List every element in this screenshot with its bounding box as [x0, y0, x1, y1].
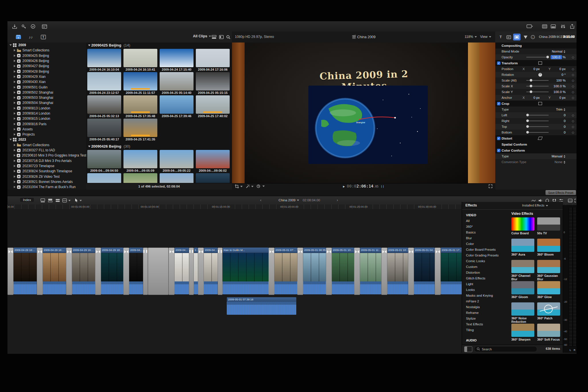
inspector-value[interactable]: 100.0 % — [551, 55, 566, 59]
transition-block[interactable] — [381, 248, 387, 295]
inspector-slider[interactable] — [526, 121, 549, 121]
keyframe-diamond-icon[interactable]: ◇ — [572, 125, 574, 129]
effects-category-video[interactable]: VIDEO — [462, 212, 512, 218]
keyframe-diamond-icon[interactable]: ◇ — [572, 96, 574, 100]
generator-inspector-icon[interactable] — [522, 34, 529, 40]
inspector-value[interactable]: 0 ° — [562, 73, 566, 76]
clip-thumbnail[interactable] — [87, 49, 121, 67]
effect-tile-360-glow[interactable] — [537, 281, 560, 294]
pause-icon[interactable]: ❘❘ — [379, 185, 384, 188]
slider-knob[interactable] — [526, 114, 529, 116]
sidebar-item-smart-collections[interactable]: Smart Collections — [7, 48, 86, 53]
effects-category-looks[interactable]: Looks — [462, 287, 512, 293]
filmstrip-view-icon[interactable] — [212, 34, 216, 40]
inspector-select[interactable]: Normal — [552, 50, 566, 53]
transition-block[interactable] — [354, 248, 360, 295]
effect-tile-50s-tv[interactable] — [537, 217, 560, 231]
index-button[interactable]: Index — [20, 198, 34, 202]
timeline-clip[interactable]: 2009-05-01 17:... — [441, 248, 462, 294]
inspector-value[interactable]: 0 — [564, 125, 566, 128]
timeline-clip[interactable]: 2009-04... — [129, 248, 143, 294]
timeline-clip[interactable]: 2... — [194, 248, 198, 294]
clip-thumbnail[interactable] — [196, 95, 230, 114]
sidebar-item-20090426-beijing[interactable]: ★20090426 Beijing — [7, 58, 86, 63]
disclosure-triangle-icon[interactable] — [14, 160, 16, 162]
disclosure-triangle-icon[interactable] — [14, 70, 16, 73]
inspector-select[interactable]: Manual — [552, 155, 566, 158]
share-icon[interactable] — [568, 23, 576, 30]
slider-knob[interactable] — [526, 119, 529, 122]
disclosure-triangle-icon[interactable] — [14, 49, 16, 51]
keyframe-diamond-icon[interactable]: ◇ — [572, 90, 574, 94]
effects-category-text-effects[interactable]: Text Effects — [462, 321, 512, 327]
reset-square-icon[interactable] — [538, 102, 542, 105]
clip-thumbnail[interactable] — [196, 72, 230, 90]
browser-section-header[interactable]: 20090425 Beijing(14) — [88, 43, 130, 47]
keyframe-diamond-icon[interactable]: ◇ — [572, 55, 574, 59]
sidebar-item-20090816-paris[interactable]: ★20090816 Paris — [7, 121, 86, 126]
inspector-slider[interactable] — [526, 80, 549, 81]
inspector-slider[interactable] — [526, 126, 549, 127]
sidebar-item-20230826-z8-video-test[interactable]: ★20230826 Z8 Video Test — [7, 174, 86, 179]
effects-search-input[interactable]: Search — [474, 346, 537, 352]
disclosure-triangle-icon[interactable] — [14, 149, 16, 151]
checkbox-checked-icon[interactable]: ✓ — [497, 137, 500, 140]
blank-clip[interactable] — [148, 248, 169, 295]
timeline-clip[interactable]: 2009-04... — [204, 248, 218, 294]
timeline-clip[interactable]: 2009-05-01 07:... — [274, 248, 297, 294]
clip-thumbnail[interactable] — [160, 95, 194, 114]
save-effects-preset-button[interactable]: Save Effects Preset — [546, 190, 576, 195]
effect-tile-360-gloom[interactable] — [511, 281, 534, 294]
disclosure-triangle-icon[interactable] — [14, 154, 16, 157]
clip-thumbnail[interactable] — [87, 72, 121, 90]
inspector-xy-values[interactable]: X0 pxY0 px — [523, 96, 566, 99]
browser-toggle-icon[interactable] — [541, 23, 548, 30]
clip-appearance-menu-icon[interactable] — [62, 198, 71, 203]
effect-tile-360-gaussian-blur[interactable] — [537, 260, 560, 273]
effect-tile-360-aura[interactable] — [511, 239, 534, 252]
sidebar-item-20090501-guilin[interactable]: ★20090501 Guilin — [7, 84, 86, 90]
list-view-icon[interactable] — [219, 34, 224, 40]
effects-category-all[interactable]: All — [462, 218, 512, 224]
effects-category-color-board-presets[interactable]: Color Board Presets — [462, 247, 512, 252]
fullscreen-icon[interactable] — [489, 184, 492, 188]
timeline-clip[interactable]: 2009-04-29 16:... — [13, 248, 37, 294]
effect-tile-360-bloom[interactable] — [537, 239, 560, 252]
keyword-icon[interactable] — [20, 23, 28, 30]
disclosure-triangle-icon[interactable] — [14, 128, 16, 130]
timeline-clip[interactable]: 2009-05-01 08:35... — [303, 248, 326, 294]
browser-section-header[interactable]: 20090426 Beijing(30) — [88, 144, 130, 148]
effects-category-comic-looks[interactable]: Comic Looks — [462, 258, 512, 264]
effects-category-color-grading-presets[interactable]: Color Grading Presets — [462, 252, 512, 258]
clip-thumbnail[interactable] — [160, 150, 194, 168]
sidebar-item-assets[interactable]: ★Assets — [7, 127, 86, 132]
sidebar-item-20230824-sourdough-timelapse[interactable]: ★20230824 Sourdough Timelapse — [7, 169, 86, 174]
viewer-zoom-dropdown[interactable]: 118% — [465, 35, 477, 39]
installed-effects-dropdown[interactable]: Installed Effects — [522, 204, 548, 207]
sidebar-item-20090503-shanghai[interactable]: ★20090503 Shanghai — [7, 95, 86, 100]
hold-segment[interactable]: ❚❚ — [189, 248, 194, 295]
timeline-clip[interactable]: 2009-05-01 10:... — [332, 248, 354, 294]
disclosure-triangle-icon[interactable] — [14, 123, 16, 125]
effects-category-stylize[interactable]: Stylize — [462, 316, 512, 321]
disclosure-triangle-icon[interactable] — [14, 91, 16, 94]
disclosure-triangle-icon[interactable] — [14, 96, 16, 99]
background-tasks-icon[interactable] — [29, 23, 37, 30]
disclosure-triangle-icon[interactable] — [14, 186, 16, 188]
inspector-slider[interactable] — [526, 92, 549, 92]
inspector-toggle-icon[interactable] — [559, 23, 567, 30]
effect-tile-360-soft-focus[interactable] — [537, 324, 560, 337]
timeline-clip[interactable]: 2009-04-29 16:... — [43, 248, 66, 294]
effect-tile-360-noise-reduction[interactable] — [511, 302, 534, 316]
transition-block[interactable] — [198, 248, 204, 295]
disclosure-triangle-icon[interactable] — [14, 76, 16, 78]
sidebar-item-20230327-fll-to-iad[interactable]: ★20230327 FLL to IAD — [7, 148, 86, 153]
disclosure-triangle-icon[interactable] — [14, 65, 16, 67]
transition-block[interactable] — [268, 248, 274, 295]
sidebar-toggle-icon[interactable] — [464, 346, 472, 352]
transition-block[interactable] — [408, 248, 414, 295]
inspector-slider[interactable] — [526, 57, 549, 57]
keyframe-diamond-icon[interactable]: ◇ — [572, 79, 574, 82]
disclosure-triangle-icon[interactable] — [9, 139, 12, 140]
effects-category-light[interactable]: Light — [462, 281, 512, 287]
